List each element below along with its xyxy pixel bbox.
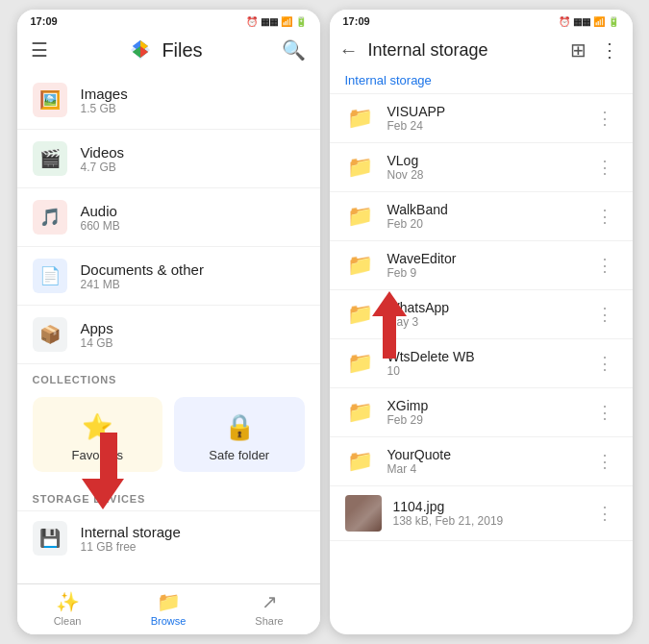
status-icons-right: ⏰ ▦▦ 📶 🔋: [559, 16, 619, 27]
time-left: 17:09: [31, 15, 58, 27]
nav-clean-label: Clean: [54, 615, 82, 627]
file-item-waveeditor[interactable]: 📁 WaveEditor Feb 9 ⋮: [330, 241, 633, 290]
file-date: Nov 28: [387, 168, 592, 182]
file-item-visuapp[interactable]: 📁 VISUAPP Feb 24 ⋮: [330, 94, 633, 143]
audio-size: 660 MB: [81, 219, 120, 233]
videos-size: 4.7 GB: [81, 161, 125, 174]
file-more-icon[interactable]: ⋮: [592, 253, 617, 278]
share-icon: ↗: [262, 590, 278, 613]
category-list: 🖼️ Images 1.5 GB 🎬 Videos 4.7 GB 🎵 Audio…: [17, 71, 320, 583]
category-documents[interactable]: 📄 Documents & other 241 MB: [17, 247, 320, 306]
folder-icon: 📁: [345, 201, 376, 232]
right-phone: 17:09 ⏰ ▦▦ 📶 🔋 ← Internal storage ⊞ ⋮ In…: [330, 10, 633, 634]
audio-icon: 🎵: [33, 200, 67, 235]
file-more-icon[interactable]: ⋮: [592, 351, 617, 376]
file-date: Mar 4: [387, 462, 592, 476]
file-more-icon[interactable]: ⋮: [592, 155, 617, 180]
nav-share-label: Share: [255, 615, 283, 627]
nav-share[interactable]: ↗ Share: [219, 590, 320, 627]
file-date: 10: [387, 364, 592, 378]
search-icon[interactable]: 🔍: [282, 38, 306, 62]
breadcrumb: Internal storage: [330, 71, 633, 94]
image-thumbnail: [345, 495, 382, 532]
documents-size: 241 MB: [81, 278, 204, 291]
file-item-xgimp[interactable]: 📁 XGimp Feb 29 ⋮: [330, 388, 633, 437]
storage-free: 11 GB free: [81, 540, 181, 554]
documents-icon: 📄: [33, 259, 67, 293]
clean-icon: ✨: [56, 590, 80, 613]
folder-icon: 📁: [345, 299, 376, 330]
file-date: May 3: [387, 315, 592, 329]
file-item-wtsdelete[interactable]: 📁 WtsDelete WB 10 ⋮: [330, 339, 633, 388]
file-date: Feb 29: [387, 413, 592, 427]
bottom-nav: ✨ Clean 📁 Browse ↗ Share: [17, 583, 320, 634]
file-more-icon[interactable]: ⋮: [592, 204, 617, 229]
file-name: 1104.jpg: [393, 499, 592, 514]
time-right: 17:09: [343, 15, 370, 27]
status-icons-left: ⏰ ▦▦ 📶 🔋: [246, 16, 307, 27]
safe-icon: 🔒: [224, 412, 255, 442]
internal-storage-item[interactable]: 💾 Internal storage 11 GB free: [17, 510, 320, 565]
folder-icon: 📁: [345, 348, 376, 379]
file-item-1104jpg[interactable]: 1104.jpg 138 kB, Feb 21, 2019 ⋮: [330, 486, 633, 541]
file-more-icon[interactable]: ⋮: [592, 400, 617, 425]
images-name: Images: [81, 86, 128, 102]
favorites-icon: ⭐: [82, 412, 112, 442]
file-item-whatsapp[interactable]: 📁 WhatsApp May 3 ⋮: [330, 290, 633, 339]
nav-clean[interactable]: ✨ Clean: [17, 590, 118, 627]
browse-icon: 📁: [157, 590, 181, 613]
left-phone: 17:09 ⏰ ▦▦ 📶 🔋 ☰ Files 🔍: [17, 10, 320, 634]
folder-icon: 📁: [345, 152, 376, 183]
storage-name: Internal storage: [81, 524, 181, 540]
file-more-icon[interactable]: ⋮: [592, 449, 617, 474]
safe-folder-card[interactable]: 🔒 Safe folder: [174, 397, 305, 472]
nav-browse[interactable]: 📁 Browse: [118, 590, 219, 627]
grid-view-icon[interactable]: ⊞: [566, 37, 590, 63]
file-name: XGimp: [387, 398, 592, 413]
file-item-yourquote[interactable]: 📁 YourQuote Mar 4 ⋮: [330, 437, 633, 486]
images-size: 1.5 GB: [81, 102, 128, 115]
file-name: VISUAPP: [387, 104, 592, 119]
more-options-icon[interactable]: ⋮: [596, 37, 623, 63]
storage-device-icon: 💾: [33, 521, 67, 556]
category-audio[interactable]: 🎵 Audio 660 MB: [17, 188, 320, 247]
documents-name: Documents & other: [81, 261, 204, 278]
folder-icon: 📁: [345, 250, 376, 281]
file-name: WhatsApp: [387, 300, 592, 315]
file-item-vlog[interactable]: 📁 VLog Nov 28 ⋮: [330, 143, 633, 192]
safe-label: Safe folder: [209, 448, 269, 462]
videos-icon: 🎬: [33, 141, 67, 176]
file-name: WaveEditor: [387, 251, 592, 266]
back-icon[interactable]: ←: [339, 39, 359, 62]
videos-name: Videos: [81, 144, 125, 161]
file-name: YourQuote: [387, 447, 592, 462]
file-more-icon[interactable]: ⋮: [592, 501, 617, 526]
images-icon: 🖼️: [33, 83, 67, 117]
nav-browse-label: Browse: [151, 615, 187, 627]
file-name: WtsDelete WB: [387, 349, 592, 364]
folder-icon: 📁: [345, 397, 376, 428]
right-page-title: Internal storage: [368, 40, 561, 61]
file-more-icon[interactable]: ⋮: [592, 106, 617, 131]
file-item-walkband[interactable]: 📁 WalkBand Feb 20 ⋮: [330, 192, 633, 241]
file-date: Feb 20: [387, 217, 592, 231]
apps-name: Apps: [81, 320, 113, 336]
category-apps[interactable]: 📦 Apps 14 GB: [17, 306, 320, 364]
left-header: ☰ Files 🔍: [17, 31, 320, 71]
category-videos[interactable]: 🎬 Videos 4.7 GB: [17, 130, 320, 188]
hamburger-icon[interactable]: ☰: [31, 38, 48, 62]
status-bar-right: 17:09 ⏰ ▦▦ 📶 🔋: [330, 10, 633, 31]
file-date: 138 kB, Feb 21, 2019: [393, 514, 592, 528]
category-images[interactable]: 🖼️ Images 1.5 GB: [17, 71, 320, 130]
collections-row: ⭐ Favorites 🔒 Safe folder: [17, 391, 320, 483]
file-more-icon[interactable]: ⋮: [592, 302, 617, 327]
file-date: Feb 24: [387, 119, 592, 133]
status-bar-left: 17:09 ⏰ ▦▦ 📶 🔋: [17, 10, 320, 31]
storage-label: STORAGE DEVICES: [17, 483, 320, 510]
favorites-card[interactable]: ⭐ Favorites: [33, 397, 163, 472]
file-list: 📁 VISUAPP Feb 24 ⋮ 📁 VLog Nov 28 ⋮ 📁 Wal…: [330, 94, 633, 634]
app-title-area: Files: [127, 37, 202, 63]
file-name: WalkBand: [387, 202, 592, 217]
apps-size: 14 GB: [81, 336, 113, 350]
folder-icon: 📁: [345, 446, 376, 477]
